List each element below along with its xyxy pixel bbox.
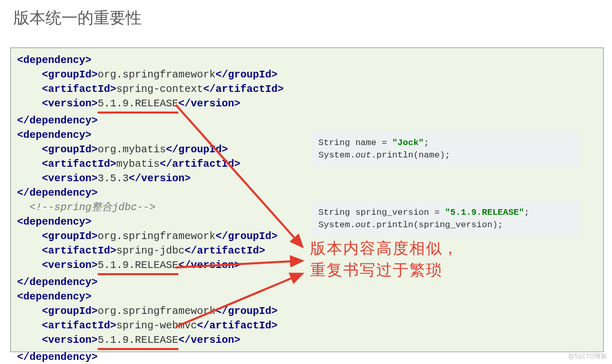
- annotation-text: 版本内容高度相似， 重复书写过于繁琐: [310, 238, 459, 281]
- code-line: <groupId>org.springframework</groupId>: [17, 304, 597, 319]
- code-line: <artifactId>spring-context</artifactId>: [17, 82, 597, 97]
- code-line: </dependency>: [17, 350, 597, 364]
- code-line: <version>5.1.9.RELEASE</version>: [17, 258, 597, 275]
- page-title: 版本统一的重要性: [13, 7, 142, 29]
- code-text: .println(name);: [371, 150, 450, 160]
- code-line: <dependency>: [17, 53, 597, 68]
- code-text: out: [355, 220, 371, 230]
- annotation-line: 重复书写过于繁琐: [310, 259, 459, 281]
- code-text: .println(spring_version);: [371, 220, 503, 230]
- code-text: String spring_version =: [318, 208, 445, 217]
- code-line: <version>5.1.9.RELEASE</version>: [17, 333, 597, 350]
- code-text: ;: [524, 208, 529, 217]
- annotation-line: 版本内容高度相似，: [310, 238, 459, 259]
- code-line: System.out.println(name);: [318, 149, 573, 162]
- string-literal: "5.1.9.RELEASE": [445, 208, 524, 217]
- code-text: ;: [424, 138, 429, 148]
- code-line: <artifactId>spring-webmvc</artifactId>: [17, 319, 597, 333]
- code-line: System.out.println(spring_version);: [318, 219, 573, 231]
- code-text: System.: [318, 220, 355, 230]
- code-line: <dependency>: [17, 290, 597, 304]
- code-text: String name =: [318, 138, 392, 148]
- code-line: </dependency>: [17, 114, 597, 128]
- string-literal: "Jock": [392, 138, 424, 148]
- code-line: String name = "Jock";: [318, 137, 573, 149]
- java-code-block-bottom: String spring_version = "5.1.9.RELEASE";…: [311, 201, 580, 236]
- code-line: <groupId>org.springframework</groupId>: [17, 68, 597, 82]
- code-line: <version>5.1.9.RELEASE</version>: [17, 97, 597, 114]
- code-text: System.: [318, 150, 355, 160]
- code-line: String spring_version = "5.1.9.RELEASE";: [318, 207, 573, 219]
- code-line: </dependency>: [17, 275, 597, 290]
- xml-code-block: <dependency> <groupId>org.springframewor…: [10, 48, 604, 352]
- code-line: <version>3.5.3</version>: [17, 171, 597, 186]
- java-code-block-top: String name = "Jock"; System.out.println…: [311, 132, 580, 167]
- watermark: @51CTO博客: [568, 352, 607, 361]
- code-line: <artifactId>spring-jdbc</artifactId>: [17, 244, 597, 258]
- code-text: out: [355, 150, 371, 160]
- code-line: </dependency>: [17, 186, 597, 200]
